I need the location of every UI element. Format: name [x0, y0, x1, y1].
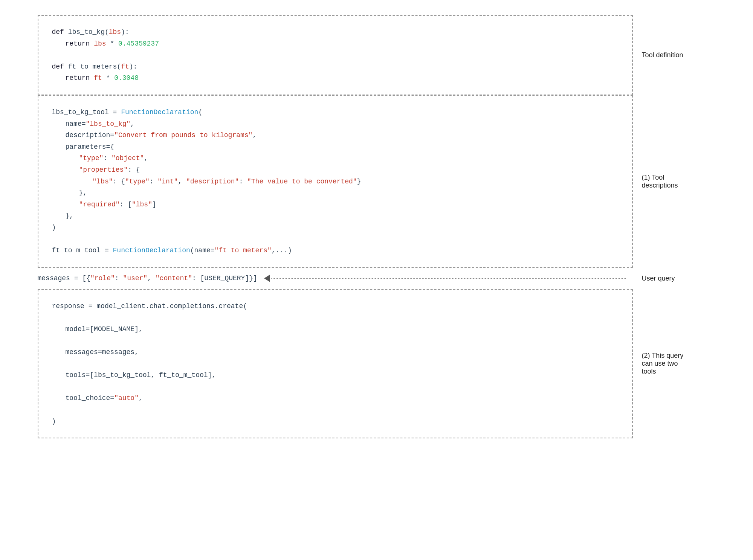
tool-descriptions-title: (1) Tool [642, 174, 678, 182]
tool-definition-annotation: Tool definition [633, 15, 716, 95]
this-query-label-1: (2) This query [642, 352, 684, 360]
code-line [52, 49, 619, 61]
code-line: }, [52, 210, 619, 222]
code-line [52, 381, 619, 393]
block1-row: def lbs_to_kg(lbs): return lbs * 0.45359… [38, 15, 716, 95]
block2-row: lbs_to_kg_tool = FunctionDeclaration( na… [38, 95, 716, 268]
api-call-box: response = model_client.chat.completions… [38, 289, 633, 439]
code-line: messages=messages, [52, 346, 619, 358]
page-container: def lbs_to_kg(lbs): return lbs * 0.45359… [38, 15, 716, 438]
code-line: "properties": { [52, 164, 619, 176]
code-line: ) [52, 416, 619, 427]
code-line: description="Convert from pounds to kilo… [52, 130, 619, 141]
code-line: response = model_client.chat.completions… [52, 301, 619, 312]
code-line [52, 358, 619, 370]
messages-code: messages = [{"role": "user", "content": … [38, 275, 257, 282]
code-line: return ft * 0.3048 [52, 72, 619, 84]
tool-descriptions-box: lbs_to_kg_tool = FunctionDeclaration( na… [38, 95, 633, 268]
code-line: def ft_to_meters(ft): [52, 61, 619, 73]
tool-definition-box: def lbs_to_kg(lbs): return lbs * 0.45359… [38, 15, 633, 95]
code-line: name="lbs_to_kg", [52, 118, 619, 130]
this-query-annotation: (2) This query can use two tools [633, 289, 716, 439]
code-line [52, 233, 619, 245]
code-line: "type": "object", [52, 153, 619, 164]
this-query-label-3: tools [642, 368, 684, 375]
user-query-annotation: User query [633, 275, 716, 282]
code-line [52, 335, 619, 346]
user-query-label: User query [642, 275, 675, 282]
code-line [52, 312, 619, 323]
code-line: ft_to_m_tool = FunctionDeclaration(name=… [52, 245, 619, 256]
code-line [52, 404, 619, 416]
block3-row: response = model_client.chat.completions… [38, 289, 716, 439]
code-line: return lbs * 0.45359237 [52, 38, 619, 50]
code-line: lbs_to_kg_tool = FunctionDeclaration( [52, 107, 619, 118]
code-line: parameters={ [52, 141, 619, 153]
tool-descriptions-annotation-inner: (1) Tool descriptions [642, 174, 678, 189]
code-line: model=[MODEL_NAME], [52, 323, 619, 335]
code-line: ) [52, 222, 619, 233]
messages-row: messages = [{"role": "user", "content": … [38, 268, 716, 289]
this-query-annotation-inner: (2) This query can use two tools [642, 352, 684, 375]
this-query-label-2: can use two [642, 360, 684, 368]
code-line: }, [52, 187, 619, 199]
tool-definition-label: Tool definition [642, 51, 683, 59]
tool-descriptions-sub: descriptions [642, 182, 678, 189]
code-line: tools=[lbs_to_kg_tool, ft_to_m_tool], [52, 369, 619, 381]
dotted-line [271, 278, 626, 279]
code-line: def lbs_to_kg(lbs): [52, 26, 619, 38]
tool-descriptions-annotation: (1) Tool descriptions [633, 95, 716, 268]
arrow-line [264, 275, 626, 282]
code-line: "lbs": {"type": "int", "description": "T… [52, 176, 619, 188]
arrow-triangle-icon [264, 275, 270, 282]
code-line: "required": ["lbs"] [52, 199, 619, 211]
code-line: tool_choice="auto", [52, 392, 619, 404]
